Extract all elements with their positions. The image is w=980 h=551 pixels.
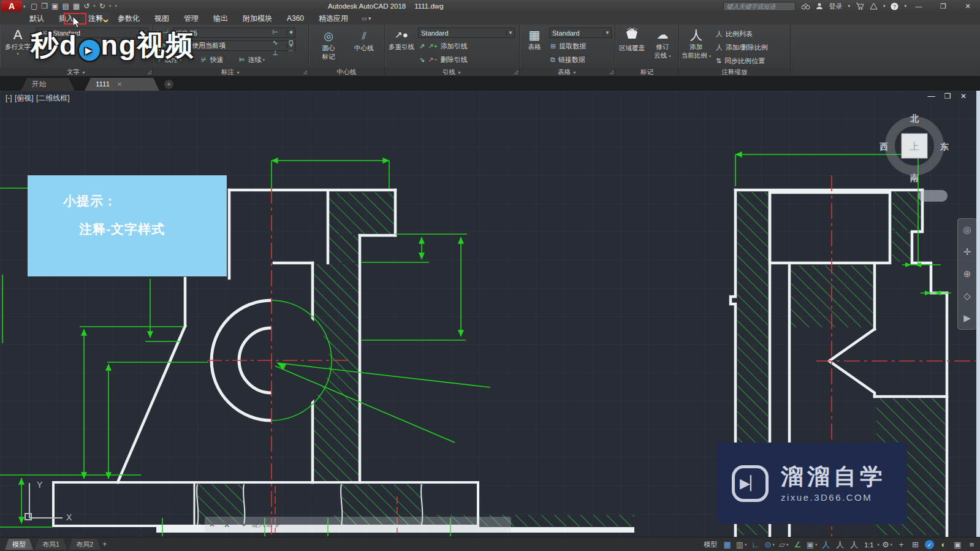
scrollbar[interactable] bbox=[976, 91, 980, 537]
app-logo[interactable]: A bbox=[1, 1, 22, 12]
model-space-toggle[interactable]: 模型 bbox=[701, 539, 720, 550]
save-icon[interactable]: ▣ bbox=[51, 2, 58, 10]
ribbon-tab-7[interactable]: 附加模块 bbox=[235, 12, 279, 25]
ortho-icon[interactable]: ∟ bbox=[749, 539, 762, 550]
grid-icon[interactable]: ▦ bbox=[721, 539, 734, 550]
link-data-button[interactable]: ⧉链接数据 bbox=[550, 55, 585, 64]
signin-caret-icon[interactable]: ▾ bbox=[848, 4, 850, 9]
command-line[interactable]: ✕ ⚒ ▸ 键入命令 bbox=[205, 517, 511, 532]
help-search-input[interactable] bbox=[723, 2, 796, 11]
annotation-scale-person-icon[interactable]: 人 bbox=[848, 539, 860, 550]
signin-user-icon[interactable] bbox=[816, 2, 823, 10]
file-tab-doc[interactable]: 1111✕ bbox=[85, 78, 159, 91]
multileader-button[interactable]: ↗● 多重引线 bbox=[387, 27, 416, 51]
orbit-icon[interactable]: ◇ bbox=[963, 291, 971, 302]
close-button[interactable]: ✕ bbox=[955, 0, 980, 12]
wipeout-button[interactable]: 区域覆盖 bbox=[617, 27, 647, 53]
polar-tracking-icon[interactable]: ⊙▾ bbox=[763, 539, 776, 550]
showmotion-icon[interactable]: ▶ bbox=[963, 313, 971, 324]
view-control-button[interactable]: [俯视] bbox=[15, 94, 34, 102]
scale-list-button[interactable]: 人比例列表 bbox=[716, 29, 753, 39]
viewcube-south[interactable]: 南 bbox=[910, 173, 919, 183]
new-tab-button[interactable]: + bbox=[164, 80, 173, 89]
undo-caret[interactable]: ▾ bbox=[93, 4, 96, 9]
restore-button[interactable]: ❐ bbox=[931, 0, 955, 12]
dim-tool-icon-3[interactable]: ⊓ bbox=[286, 39, 297, 47]
dim-tool-icon-4[interactable]: ⊥ bbox=[270, 49, 281, 58]
plot-icon[interactable]: ▦ bbox=[73, 2, 80, 10]
ribbon-tab-0[interactable]: 默认 bbox=[22, 12, 51, 25]
dialog-launcher-icon[interactable]: ◿ bbox=[303, 69, 307, 75]
sync-scale-positions-button[interactable]: ⇅同步比例位置 bbox=[716, 56, 765, 66]
customization-icon[interactable]: ≡ bbox=[965, 539, 978, 550]
annotation-visibility-icon[interactable]: 人 bbox=[819, 539, 832, 550]
annotation-monitor-icon[interactable]: + bbox=[895, 539, 908, 550]
pan-icon[interactable]: ✛ bbox=[963, 246, 971, 257]
new-file-icon[interactable]: ▢ bbox=[31, 2, 37, 10]
a360-share-icon[interactable] bbox=[870, 2, 878, 10]
viewcube-west[interactable]: 西 bbox=[879, 142, 888, 151]
help-icon[interactable]: ? bbox=[891, 2, 898, 10]
signin-label[interactable]: 登录 bbox=[829, 2, 842, 11]
table-button[interactable]: ▦ 表格 bbox=[522, 27, 547, 51]
revision-cloud-button[interactable]: ☁ 修订 云线 ▾ bbox=[648, 27, 677, 60]
ribbon-display-toggle[interactable]: ▭ ▾ bbox=[362, 12, 371, 25]
leader-style-combo[interactable]: Standard ▼ bbox=[418, 28, 515, 38]
vwin-restore-icon[interactable]: ❐ bbox=[944, 92, 955, 101]
remove-leader-button[interactable]: ⇘↗−删除引线 bbox=[419, 55, 468, 64]
ribbon-tab-3[interactable]: 参数化 bbox=[110, 12, 147, 25]
center-mark-button[interactable]: ◎ 圆心 标记 bbox=[313, 28, 344, 61]
autoscale-icon[interactable]: 人 bbox=[834, 539, 846, 550]
quick-dim-button[interactable]: ⊬快速 bbox=[201, 55, 224, 64]
open-file-icon[interactable]: ❐ bbox=[41, 2, 48, 10]
ribbon-tab-4[interactable]: 视图 bbox=[147, 12, 177, 25]
viewcube-east[interactable]: 东 bbox=[940, 142, 949, 151]
file-tab-start[interactable]: 开始 bbox=[21, 78, 75, 91]
annotation-scale-value[interactable]: 1:1▾ bbox=[862, 539, 879, 550]
app-menu-caret-icon[interactable]: ▾ bbox=[23, 4, 26, 9]
mtext-button[interactable]: A 多行文字 ▾ bbox=[4, 27, 32, 56]
dim-tool-icon-2[interactable]: ∿ bbox=[270, 39, 281, 47]
drawing-canvas[interactable]: 北 西 东 南 上 Y X [-] [俯视] [二维线框] — ❐ ✕ bbox=[0, 91, 980, 537]
centerline-button[interactable]: ⫽ 中心线 bbox=[347, 28, 381, 53]
viewport-menu-button[interactable]: [-] bbox=[6, 94, 12, 102]
viewcube-top-label[interactable]: 上 bbox=[910, 141, 919, 151]
snap-icon[interactable]: ▥▾ bbox=[735, 539, 748, 550]
visual-style-button[interactable]: [二维线框] bbox=[36, 94, 70, 102]
tab-close-icon[interactable]: ✕ bbox=[117, 81, 122, 88]
dialog-launcher-icon[interactable]: ◿ bbox=[148, 69, 151, 75]
qat-more-caret[interactable]: ▾ bbox=[115, 4, 117, 9]
quick-properties-icon[interactable]: ⊞ bbox=[909, 539, 922, 550]
add-leader-button[interactable]: ⇗↗+添加引线 bbox=[419, 42, 468, 51]
saveas-icon[interactable]: ▤ bbox=[62, 2, 69, 10]
osnap-tracking-icon[interactable]: ∠ bbox=[791, 539, 804, 550]
osnap-icon[interactable]: ▣▾ bbox=[805, 539, 818, 550]
search-binoculars-icon[interactable] bbox=[801, 3, 810, 10]
ribbon-tab-8[interactable]: A360 bbox=[279, 12, 311, 25]
app-store-cart-icon[interactable] bbox=[856, 2, 864, 10]
cmd-placeholder[interactable]: 键入命令 bbox=[251, 519, 281, 530]
navigation-wheel-icon[interactable]: ◎ bbox=[963, 224, 971, 235]
clean-screen-icon[interactable]: ▣ bbox=[951, 539, 964, 550]
a360-caret-icon[interactable]: ▾ bbox=[883, 4, 886, 9]
new-layout-button[interactable]: + bbox=[102, 539, 107, 550]
layout-tab-2[interactable]: 布局2 bbox=[69, 539, 101, 550]
dim-tool-icon-5[interactable]: ⌒ bbox=[286, 49, 297, 58]
add-current-scale-button[interactable]: 人 添加 当前比例 ▾ bbox=[680, 27, 712, 60]
ribbon-tab-9[interactable]: 精选应用 bbox=[311, 12, 355, 25]
add-delete-scale-button[interactable]: 人添加/删除比例 bbox=[716, 43, 768, 52]
dim-tool-icon-1[interactable]: ⌖ bbox=[286, 28, 297, 36]
redo-caret[interactable]: ▾ bbox=[109, 4, 112, 9]
graphics-performance-icon[interactable]: ✓ bbox=[923, 539, 936, 550]
viewcube[interactable]: 北 西 东 南 上 bbox=[879, 113, 949, 183]
vwin-minimize-icon[interactable]: — bbox=[927, 92, 938, 101]
zoom-icon[interactable]: ⊕ bbox=[963, 268, 971, 279]
ribbon-tab-5[interactable]: 管理 bbox=[177, 12, 206, 25]
isoplane-icon[interactable]: ▱▾ bbox=[777, 539, 790, 550]
undo-icon[interactable]: ↺ bbox=[83, 2, 89, 10]
table-style-combo[interactable]: Standard ▼ bbox=[549, 28, 612, 38]
dim-tool-icon-0[interactable]: ⊢ bbox=[270, 28, 281, 36]
workspace-gear-icon[interactable]: ⚙▾ bbox=[881, 539, 894, 550]
vwin-close-icon[interactable]: ✕ bbox=[960, 92, 970, 101]
cmd-wrench-icon[interactable]: ⚒ bbox=[219, 520, 234, 529]
